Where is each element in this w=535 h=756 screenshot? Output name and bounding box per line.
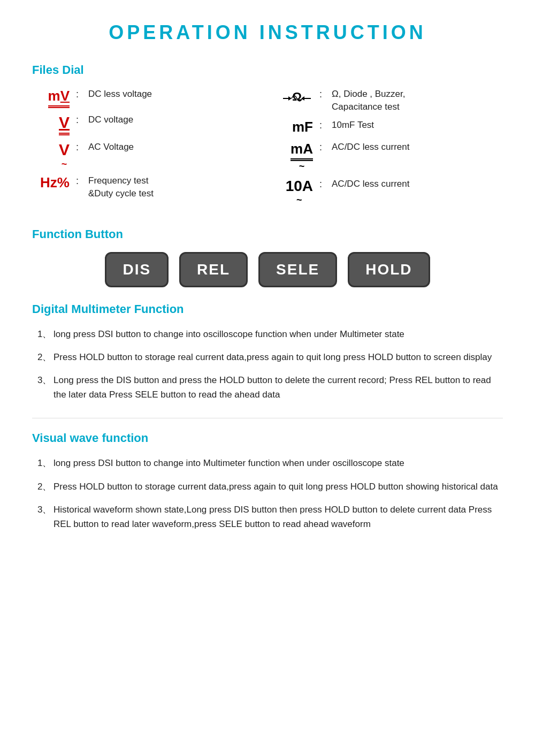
- visual-wave-list: 1、 long press DSI button to change into …: [32, 456, 503, 531]
- dial-item-mf: mF : 10mF Test: [276, 119, 503, 135]
- page-title: OPERATION INSTRUCTION: [32, 21, 503, 44]
- files-dial-grid: mV : DC less voltage V : DC voltage: [32, 88, 503, 211]
- visual-wave-section: Visual wave function 1、 long press DSI b…: [32, 431, 503, 531]
- dial-desc-mv: DC less voltage: [88, 88, 152, 101]
- section-divider: [32, 418, 503, 418]
- files-dial-title: Files Dial: [32, 63, 503, 77]
- function-button-title: Function Button: [32, 227, 503, 241]
- dial-desc-hz: Frequency test&Duty cycle test: [88, 174, 154, 200]
- sele-button[interactable]: SELE: [258, 252, 337, 287]
- visual-wave-title: Visual wave function: [32, 431, 503, 445]
- digital-multimeter-section: Digital Multimeter Function 1、 long pres…: [32, 302, 503, 402]
- dial-item-v-ac: V ~ : AC Voltage: [32, 141, 259, 169]
- files-dial-right: Ω : Ω, Diode , Buzzer,Capacitance test m…: [276, 88, 503, 211]
- dial-symbol-mv: mV: [32, 88, 70, 108]
- dial-desc-v-dc: DC voltage: [88, 113, 133, 126]
- omega-symbol-icon: Ω: [281, 88, 313, 109]
- dial-desc-v-ac: AC Voltage: [88, 141, 134, 154]
- list-item: 3、 Long press the DIS button and press t…: [37, 373, 503, 402]
- digital-multimeter-list: 1、 long press DSI button to change into …: [32, 327, 503, 402]
- dial-symbol-omega: Ω: [276, 88, 313, 109]
- list-item: 1、 long press DSI button to change into …: [37, 456, 503, 470]
- hold-button[interactable]: HOLD: [348, 252, 430, 287]
- list-item: 3、 Historical waveform shown state,Long …: [37, 502, 503, 531]
- buttons-row: DIS REL SELE HOLD: [32, 252, 503, 287]
- dial-item-ma: mA ~ : AC/DC less current: [276, 141, 503, 172]
- list-item: 2、 Press HOLD button to storage current …: [37, 479, 503, 494]
- dial-symbol-hz: Hz%: [32, 174, 70, 191]
- dial-symbol-ma: mA ~: [276, 141, 313, 172]
- dial-desc-omega: Ω, Diode , Buzzer,Capacitance test: [332, 88, 405, 113]
- rel-button[interactable]: REL: [179, 252, 248, 287]
- dial-symbol-10a: 10A ~: [276, 178, 313, 206]
- files-dial-section: Files Dial mV : DC less voltage V: [32, 63, 503, 211]
- dial-symbol-v-ac: V ~: [32, 141, 70, 169]
- dial-symbol-v-dc: V: [32, 113, 70, 135]
- dial-symbol-mf: mF: [276, 119, 313, 135]
- dial-desc-ma: AC/DC less current: [332, 141, 409, 154]
- dis-button[interactable]: DIS: [105, 252, 169, 287]
- dial-item-10a: 10A ~ : AC/DC less current: [276, 178, 503, 206]
- dial-desc-mf: 10mF Test: [332, 119, 374, 132]
- list-item: 1、 long press DSI button to change into …: [37, 327, 503, 341]
- function-button-section: Function Button DIS REL SELE HOLD: [32, 227, 503, 287]
- dial-item-omega: Ω : Ω, Diode , Buzzer,Capacitance test: [276, 88, 503, 113]
- list-item: 2、 Press HOLD button to storage real cur…: [37, 350, 503, 364]
- dial-item-hz: Hz% : Frequency test&Duty cycle test: [32, 174, 259, 200]
- digital-multimeter-title: Digital Multimeter Function: [32, 302, 503, 316]
- dial-item-mv: mV : DC less voltage: [32, 88, 259, 108]
- files-dial-left: mV : DC less voltage V : DC voltage: [32, 88, 259, 211]
- dial-desc-10a: AC/DC less current: [332, 178, 409, 190]
- svg-marker-2: [288, 96, 292, 101]
- dial-item-v-dc: V : DC voltage: [32, 113, 259, 135]
